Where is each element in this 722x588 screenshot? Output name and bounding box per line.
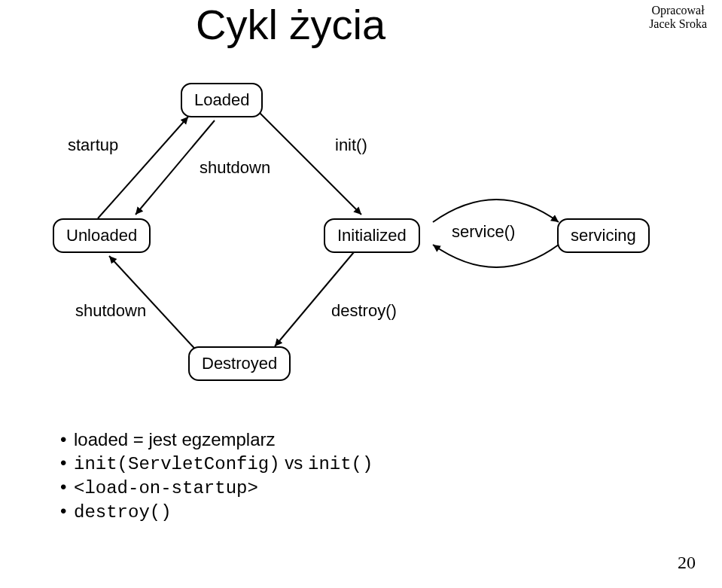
node-loaded: Loaded <box>181 83 263 117</box>
svg-line-2 <box>260 113 361 215</box>
page-number: 20 <box>678 553 696 573</box>
node-servicing: servicing <box>557 218 650 253</box>
label-shutdown-bottom: shutdown <box>75 301 146 321</box>
bullet-3-code: <load-on-startup> <box>74 478 258 498</box>
bullet-2-mid: vs <box>280 452 308 473</box>
label-service: service() <box>452 222 515 242</box>
bullet-1: •loaded = jest egzemplarz <box>60 429 373 450</box>
bullet-4: •destroy() <box>60 501 373 522</box>
attribution-line2: Jacek Sroka <box>649 17 707 31</box>
bullet-3: •<load-on-startup> <box>60 477 373 498</box>
label-shutdown-top: shutdown <box>200 158 270 178</box>
node-unloaded: Unloaded <box>53 218 151 253</box>
svg-line-0 <box>98 117 188 218</box>
svg-line-3 <box>275 252 354 346</box>
label-destroy: destroy() <box>331 301 397 321</box>
attribution: Opracował Jacek Sroka <box>649 4 707 30</box>
attribution-line1: Opracował <box>649 4 707 17</box>
node-destroyed: Destroyed <box>188 346 291 381</box>
bullet-1-text: loaded = jest egzemplarz <box>74 429 276 449</box>
label-init: init() <box>335 136 367 155</box>
node-initialized: Initialized <box>324 218 420 253</box>
bullet-2-code1: init(ServletConfig) <box>74 454 280 474</box>
label-startup: startup <box>68 136 118 155</box>
bullet-2: •init(ServletConfig) vs init() <box>60 452 373 474</box>
bullet-4-code: destroy() <box>74 502 172 522</box>
page-title: Cykl życia <box>196 0 385 49</box>
bullet-2-code2: init() <box>308 454 373 474</box>
lifecycle-diagram: Loaded Unloaded Initialized servicing De… <box>53 68 678 399</box>
bullet-list: •loaded = jest egzemplarz •init(ServletC… <box>60 429 373 525</box>
